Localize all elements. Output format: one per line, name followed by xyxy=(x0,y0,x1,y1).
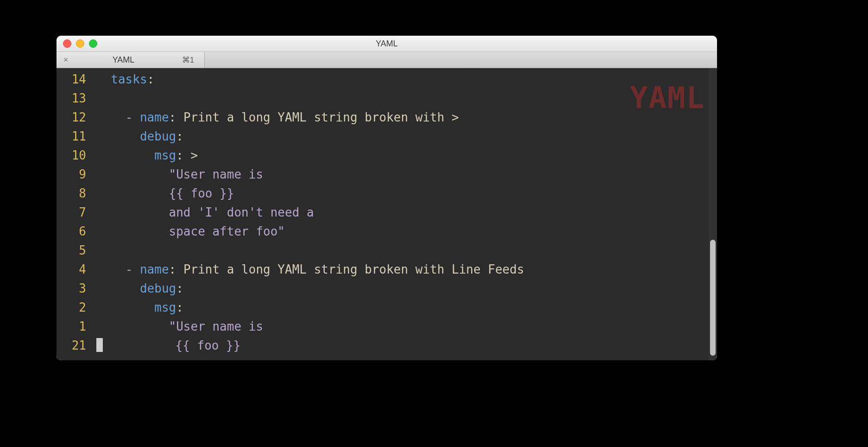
code-line[interactable] xyxy=(96,89,717,108)
code-line[interactable]: - name: Print a long YAML string broken … xyxy=(96,108,717,127)
window-title: YAML xyxy=(57,39,717,49)
line-number: 11 xyxy=(57,127,92,146)
tab-title: YAML xyxy=(75,55,172,65)
minimize-window-button[interactable] xyxy=(76,39,84,48)
line-number: 9 xyxy=(57,165,92,184)
line-number: 12 xyxy=(57,108,92,127)
line-number: 7 xyxy=(57,203,92,222)
zoom-window-button[interactable] xyxy=(89,39,97,48)
code-line[interactable]: {{ foo }} xyxy=(96,336,717,355)
code-line[interactable]: msg: > xyxy=(96,146,717,165)
text-cursor xyxy=(96,338,103,352)
line-number: 3 xyxy=(57,279,92,298)
code-line[interactable]: - name: Print a long YAML string broken … xyxy=(96,260,717,279)
traffic-lights xyxy=(57,39,98,48)
code-line[interactable]: debug: xyxy=(96,127,717,146)
close-tab-icon[interactable]: × xyxy=(57,55,75,65)
code-line[interactable]: space after foo" xyxy=(96,222,717,241)
line-number: 21 xyxy=(57,336,92,355)
code-line[interactable]: {{ foo }} xyxy=(96,184,717,203)
code-line[interactable] xyxy=(96,241,717,260)
code-line[interactable]: "User name is xyxy=(96,165,717,184)
editor-area[interactable]: 14 13 12 11 10 9 8 7 6 5 4 3 2 1 21 task… xyxy=(57,68,717,360)
code-line[interactable]: and 'I' don't need a xyxy=(96,203,717,222)
line-number: 14 xyxy=(57,70,92,89)
line-number: 2 xyxy=(57,298,92,317)
code-line[interactable]: "User name is xyxy=(96,317,717,336)
close-window-button[interactable] xyxy=(63,39,71,48)
code-line[interactable]: debug: xyxy=(96,279,717,298)
line-number: 4 xyxy=(57,260,92,279)
code-line[interactable]: msg: xyxy=(96,298,717,317)
line-number: 10 xyxy=(57,146,92,165)
code-line[interactable]: tasks: xyxy=(96,70,717,89)
tab-yaml[interactable]: × YAML ⌘1 xyxy=(57,52,205,68)
tab-bar: × YAML ⌘1 xyxy=(57,52,717,68)
line-number-gutter: 14 13 12 11 10 9 8 7 6 5 4 3 2 1 21 xyxy=(57,68,92,360)
scrollbar-track[interactable] xyxy=(709,68,717,360)
line-number: 8 xyxy=(57,184,92,203)
scrollbar-thumb[interactable] xyxy=(710,240,716,356)
line-number: 13 xyxy=(57,89,92,108)
line-number: 6 xyxy=(57,222,92,241)
editor-window: YAML × YAML ⌘1 14 13 12 11 10 9 8 7 6 5 … xyxy=(57,36,717,360)
tab-shortcut: ⌘1 xyxy=(172,55,204,65)
line-number: 1 xyxy=(57,317,92,336)
code-content[interactable]: tasks: - name: Print a long YAML string … xyxy=(92,68,717,360)
titlebar[interactable]: YAML xyxy=(57,36,717,52)
line-number: 5 xyxy=(57,241,92,260)
